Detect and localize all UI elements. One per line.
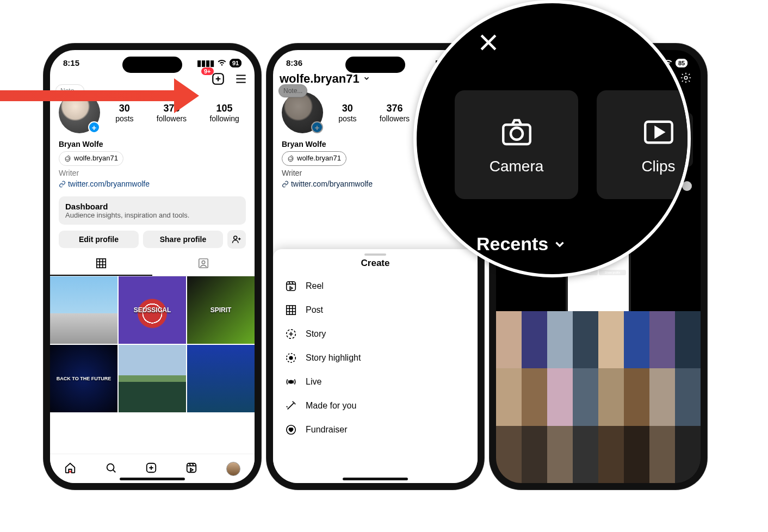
bio-link[interactable]: twitter.com/bryanmwolfe bbox=[59, 178, 246, 189]
post-thumbnail[interactable]: BACK TO THE FUTURE bbox=[50, 345, 117, 412]
wand-icon bbox=[285, 400, 297, 412]
profile-avatar[interactable]: Note... + bbox=[282, 92, 323, 133]
create-fundraiser[interactable]: Fundraiser bbox=[273, 418, 478, 442]
svg-point-4 bbox=[202, 261, 205, 264]
home-indicator bbox=[343, 478, 408, 480]
reel-icon bbox=[285, 280, 297, 292]
profile-tab[interactable] bbox=[226, 462, 240, 476]
create-post[interactable]: Post bbox=[273, 298, 478, 322]
wifi-icon bbox=[218, 58, 226, 68]
post-thumbnail[interactable] bbox=[187, 345, 255, 412]
sheet-grabber[interactable] bbox=[364, 253, 386, 256]
svg-rect-2 bbox=[97, 258, 106, 268]
menu-button[interactable] bbox=[234, 72, 248, 86]
home-indicator bbox=[120, 478, 185, 480]
instruction-arrow bbox=[0, 74, 218, 117]
battery-level: 85 bbox=[676, 59, 688, 67]
create-highlight[interactable]: Story highlight bbox=[273, 346, 478, 370]
status-time: 8:15 bbox=[63, 58, 79, 67]
tagged-tab[interactable] bbox=[152, 252, 255, 276]
svg-rect-9 bbox=[287, 306, 296, 315]
live-icon bbox=[285, 376, 297, 388]
post-thumbnail[interactable] bbox=[50, 276, 117, 344]
reels-tab[interactable] bbox=[185, 462, 197, 476]
home-tab[interactable] bbox=[64, 462, 76, 476]
grid-tab[interactable] bbox=[50, 252, 152, 276]
create-sheet: Create Reel Post Story Story highlight L… bbox=[273, 249, 478, 483]
profile-bio: Bryan Wolfe wolfe.bryan71 Writer twitter… bbox=[50, 138, 255, 191]
svg-point-5 bbox=[107, 463, 114, 471]
create-story[interactable]: Story bbox=[273, 322, 478, 346]
dynamic-island bbox=[122, 57, 182, 73]
dynamic-island bbox=[345, 57, 405, 73]
posts-stat[interactable]: 30 posts bbox=[338, 103, 356, 123]
create-live[interactable]: Live bbox=[273, 370, 478, 394]
threads-badge[interactable]: wolfe.bryan71 bbox=[59, 151, 123, 166]
story-icon bbox=[285, 328, 297, 340]
camera-option[interactable]: Camera bbox=[455, 90, 578, 199]
svg-point-20 bbox=[511, 128, 523, 140]
followers-stat[interactable]: 376 followers bbox=[380, 103, 410, 123]
search-tab[interactable] bbox=[105, 462, 117, 476]
highlight-icon bbox=[285, 352, 297, 364]
bio-role: Writer bbox=[59, 168, 246, 178]
add-story-plus[interactable]: + bbox=[311, 121, 323, 133]
post-thumbnail[interactable]: SEUSSICAL bbox=[119, 276, 186, 344]
edit-profile-button[interactable]: Edit profile bbox=[59, 231, 139, 248]
settings-button[interactable] bbox=[680, 72, 692, 86]
clips-option[interactable]: Clips bbox=[597, 90, 691, 199]
heart-circle-icon bbox=[285, 424, 297, 436]
battery-level: 91 bbox=[230, 59, 241, 67]
share-profile-button[interactable]: Share profile bbox=[143, 231, 223, 248]
zoom-callout: Camera Clips Recents bbox=[413, 0, 691, 277]
add-story-plus[interactable]: + bbox=[88, 121, 100, 133]
status-time: 8:36 bbox=[286, 58, 302, 67]
create-reel[interactable]: Reel bbox=[273, 274, 478, 298]
close-icon[interactable] bbox=[476, 30, 500, 57]
create-mfy[interactable]: Made for you bbox=[273, 394, 478, 418]
dashboard-card[interactable]: Dashboard Audience insights, inspiration… bbox=[59, 196, 246, 225]
signal-icon: ▮▮▮▮ bbox=[197, 58, 214, 68]
svg-point-14 bbox=[684, 76, 688, 79]
svg-rect-3 bbox=[199, 258, 208, 268]
sheet-title: Create bbox=[273, 258, 478, 269]
posts-grid: SEUSSICAL SPIRIT BACK TO THE FUTURE bbox=[50, 276, 255, 412]
threads-badge[interactable]: wolfe.bryan71 bbox=[282, 151, 346, 166]
home-notification-dot bbox=[69, 471, 71, 473]
note-bubble[interactable]: Note... bbox=[278, 84, 307, 97]
new-post-tab[interactable] bbox=[145, 462, 157, 476]
display-name: Bryan Wolfe bbox=[59, 139, 246, 150]
post-thumbnail[interactable]: SPIRIT bbox=[187, 276, 255, 344]
discover-people-button[interactable] bbox=[227, 230, 246, 249]
svg-point-12 bbox=[289, 380, 293, 383]
gallery-grid-blurred bbox=[496, 311, 701, 483]
svg-point-1 bbox=[234, 236, 237, 239]
post-thumbnail[interactable] bbox=[119, 345, 186, 412]
grid-icon bbox=[285, 304, 297, 316]
recents-label[interactable]: Recents bbox=[476, 233, 567, 255]
